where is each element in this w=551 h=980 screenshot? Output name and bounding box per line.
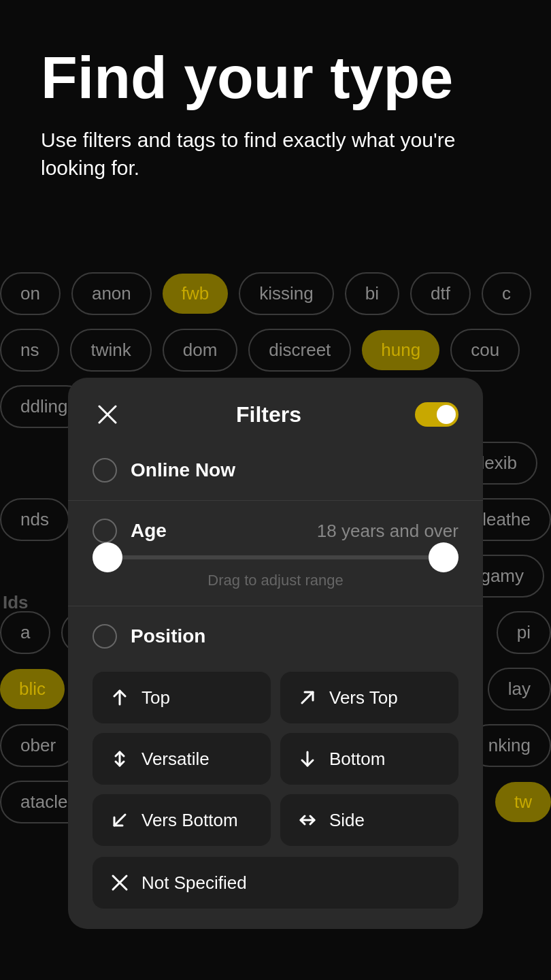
- tag-anon[interactable]: anon: [71, 272, 152, 315]
- versatile-icon: [109, 748, 131, 770]
- vers-top-icon: [297, 687, 318, 708]
- bottom-icon: [297, 748, 318, 770]
- slider-thumb-left[interactable]: [93, 542, 122, 572]
- position-bottom-label: Bottom: [329, 749, 385, 770]
- svg-line-6: [114, 815, 125, 826]
- ids-tag-partial: Ids: [0, 585, 31, 620]
- vers-bottom-icon: [109, 809, 131, 831]
- divider-2: [68, 606, 483, 606]
- tag-twink[interactable]: twink: [70, 329, 151, 372]
- tag-tw[interactable]: tw: [495, 782, 551, 822]
- not-specified-icon: [109, 872, 131, 894]
- tag-c[interactable]: c: [482, 272, 531, 315]
- position-side-button[interactable]: Side: [280, 794, 458, 846]
- side-icon: [297, 809, 318, 831]
- position-versatile-button[interactable]: Versatile: [93, 733, 271, 785]
- position-label: Position: [131, 625, 205, 647]
- tag-pi[interactable]: pi: [497, 611, 551, 654]
- tag-dom[interactable]: dom: [163, 329, 238, 372]
- divider-1: [68, 500, 483, 501]
- tags-row-2: ns twink dom discreet hung cou: [0, 322, 551, 378]
- tag-nds[interactable]: nds: [0, 498, 69, 541]
- tag-cou[interactable]: cou: [450, 329, 520, 372]
- position-vers-bottom-label: Vers Bottom: [141, 810, 238, 831]
- online-now-radio[interactable]: [93, 458, 117, 483]
- online-now-filter[interactable]: Online Now: [68, 446, 483, 495]
- position-vers-bottom-button[interactable]: Vers Bottom: [93, 794, 271, 846]
- filters-modal: Filters Online Now Age 18 years and over…: [68, 378, 483, 929]
- close-button[interactable]: [93, 399, 122, 429]
- slider-hint: Drag to adjust range: [93, 572, 458, 589]
- tags-row-1: on anon fwb kissing bi dtf c: [0, 265, 551, 322]
- modal-title: Filters: [236, 402, 301, 427]
- slider-thumb-right[interactable]: [429, 542, 458, 572]
- position-top-label: Top: [141, 687, 170, 708]
- tag-dtf[interactable]: dtf: [410, 272, 471, 315]
- online-now-label: Online Now: [131, 459, 235, 481]
- tag-ns[interactable]: ns: [0, 329, 59, 372]
- top-icon: [109, 687, 131, 708]
- tag-on[interactable]: on: [0, 272, 61, 315]
- close-icon: [98, 405, 117, 424]
- filter-toggle[interactable]: [415, 402, 458, 427]
- tag-lay[interactable]: lay: [488, 668, 551, 710]
- hero-title: Find your type: [41, 48, 510, 108]
- position-radio[interactable]: [93, 624, 117, 649]
- toggle-knob: [437, 405, 456, 424]
- age-value: 18 years and over: [317, 521, 458, 542]
- hero-subtitle: Use filters and tags to find exactly wha…: [41, 127, 510, 182]
- position-grid: Top Vers Top Versatile: [68, 661, 483, 857]
- svg-line-3: [302, 692, 313, 703]
- tag-blic[interactable]: blic: [0, 669, 65, 709]
- tag-ober[interactable]: ober: [0, 724, 76, 767]
- position-filter[interactable]: Position: [68, 612, 483, 661]
- position-vers-top-button[interactable]: Vers Top: [280, 672, 458, 723]
- position-top-button[interactable]: Top: [93, 672, 271, 723]
- tag-kissing[interactable]: kissing: [239, 272, 333, 315]
- tag-bi[interactable]: bi: [345, 272, 399, 315]
- age-filter[interactable]: Age 18 years and over: [68, 506, 483, 555]
- position-not-specified-button[interactable]: Not Specified: [93, 857, 458, 909]
- position-not-specified-label: Not Specified: [141, 872, 247, 894]
- age-slider-area: Drag to adjust range: [68, 555, 483, 600]
- tag-discreet[interactable]: discreet: [248, 329, 351, 372]
- age-radio[interactable]: [93, 519, 117, 543]
- slider-fill: [99, 555, 452, 559]
- modal-header: Filters: [68, 378, 483, 446]
- age-slider-track[interactable]: [99, 555, 452, 559]
- position-versatile-label: Versatile: [141, 749, 210, 770]
- position-vers-top-label: Vers Top: [329, 687, 398, 708]
- position-side-label: Side: [329, 810, 365, 831]
- tag-hung[interactable]: hung: [362, 330, 439, 370]
- age-label: Age: [131, 520, 167, 542]
- tag-fwb[interactable]: fwb: [163, 274, 228, 314]
- position-bottom-button[interactable]: Bottom: [280, 733, 458, 785]
